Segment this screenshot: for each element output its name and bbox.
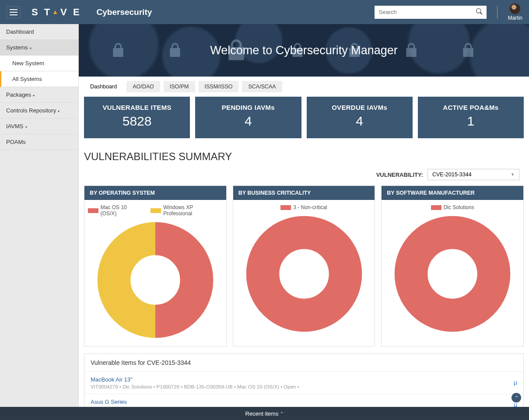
sidebar-item-iavms[interactable]: IAVMS▾ [0,119,78,134]
table-row[interactable]: Asus G Series VIT0005465 • Dlc Solutions… [84,394,523,407]
card-vulnerable-items[interactable]: VULNERABLE ITEMS 5828 [84,97,190,138]
item-meta: VIT0004279 • Dlc Solutions • P1000728 • … [91,384,299,389]
card-active-poams[interactable]: ACTIVE POA&Ms 1 [418,97,524,138]
sidebar-item-label: All Systems [12,76,42,82]
chart-by-manufacturer: BY SOFTWARE MANUFACTURER Dlc Solutions [381,186,524,346]
sidebar-item-label: IAVMS [6,123,24,130]
chevron-down-icon: ▼ [511,172,515,177]
lock-icon [403,42,420,59]
svg-point-1 [263,233,345,315]
brand-text-2: V E [60,7,81,18]
scroll-top-button[interactable]: ⌃ [511,393,521,402]
sidebar-item-label: Dashboard [6,28,34,35]
card-overdue-iavms[interactable]: OVERDUE IAVMs 4 [307,97,413,138]
charts-row: BY OPERATING SYSTEM Mac OS 10 (OS/X) Win… [79,186,529,346]
app-title: Cybersecurity [97,7,152,17]
chart-legend: Dlc Solutions [382,200,523,212]
donut-chart [84,218,226,346]
chevron-down-icon: ▾ [33,94,35,98]
svg-point-2 [411,233,494,315]
chart-legend: 3 - Non-critical [233,200,375,212]
sidebar-item-label: Packages [6,91,31,98]
legend-swatch [431,205,441,210]
lock-icon [459,42,477,59]
legend-swatch [151,208,161,213]
chevron-up-icon: ⌃ [280,411,284,416]
chevron-up-icon: ⌃ [515,395,518,401]
search-box[interactable] [375,6,487,19]
tab-sca-scaa[interactable]: SCA/SCAA [242,81,282,92]
search-input[interactable] [379,9,476,15]
vulnerable-items-panel: Vulnerable Items for CVE-2015-3344 MacBo… [84,354,524,407]
donut-chart [233,212,375,340]
card-title: PENDING IAVMs [199,104,298,111]
legend-item[interactable]: Windows XP Professional [151,204,222,217]
legend-item[interactable]: Dlc Solutions [431,204,474,210]
row-action-icon[interactable]: µ [514,376,517,386]
legend-swatch [88,208,98,213]
bottombar-label: Recent items [245,410,279,417]
card-title: OVERDUE IAVMs [310,104,409,111]
topbar: S T▲V E Cybersecurity Martin [0,0,529,24]
card-value: 4 [310,114,409,129]
item-name[interactable]: Asus G Series [91,399,311,405]
lock-icon [109,42,127,59]
bottombar[interactable]: Recent items ⌃ [0,407,529,420]
tab-iso-pm[interactable]: ISO/PM [164,81,195,92]
summary-cards: VULNERABLE ITEMS 5828 PENDING IAVMs 4 OV… [79,97,529,147]
sidebar-item-new-system[interactable]: New System [0,56,78,71]
legend-swatch [280,205,291,210]
sidebar-item-dashboard[interactable]: Dashboard [0,24,78,40]
tab-dashboard[interactable]: Dashboard [84,81,123,92]
brand-logo[interactable]: S T▲V E [32,7,81,18]
sidebar-item-systems[interactable]: Systems▾ [0,40,78,56]
vulnerability-filter: VULNERABILITY: CVE-2015-3344 ▼ [79,169,529,186]
hero-banner: Welcome to Cybersecurity Manager [79,24,529,77]
sidebar-item-poams[interactable]: POAMs [0,134,78,150]
card-pending-iavms[interactable]: PENDING IAVMs 4 [195,97,301,138]
card-value: 4 [199,114,298,129]
legend-label: 3 - Non-critical [293,204,327,210]
sidebar-item-all-systems[interactable]: All Systems [0,71,78,87]
chart-legend: Mac OS 10 (OS/X) Windows XP Professional [84,200,226,218]
vulnerability-filter-label: VULNERABILITY: [376,172,423,178]
chart-by-criticality: BY BUSINESS CRITICALITY 3 - Non-critical [233,186,375,346]
sidebar-item-label: POAMs [6,139,26,145]
sidebar-item-label: Controls Repository [6,107,56,114]
vulnerability-select[interactable]: CVE-2015-3344 ▼ [427,169,519,180]
logo-triangle-icon: ▲ [52,8,60,15]
search-icon[interactable] [476,8,482,16]
avatar [510,4,520,14]
user-menu[interactable]: Martin [508,4,522,21]
hero-title: Welcome to Cybersecurity Manager [210,44,398,57]
sidebar-item-controls-repository[interactable]: Controls Repository▾ [0,103,78,119]
sidebar: Dashboard Systems▾ New System All System… [0,24,79,407]
item-name[interactable]: MacBook Air 13" [91,376,299,383]
donut-chart [382,212,523,340]
legend-item[interactable]: 3 - Non-critical [280,204,327,210]
topbar-divider [497,6,497,19]
user-name: Martin [508,15,522,21]
sidebar-item-packages[interactable]: Packages▾ [0,87,78,103]
card-title: ACTIVE POA&Ms [421,104,520,111]
panel-title: Vulnerable Items for CVE-2015-3344 [84,354,523,371]
chevron-down-icon: ▾ [25,125,27,129]
section-title: VULNERABILITIES SUMMARY [79,147,529,169]
legend-item[interactable]: Mac OS 10 (OS/X) [88,204,144,217]
table-row[interactable]: MacBook Air 13" VIT0004279 • Dlc Solutio… [84,371,523,394]
tab-issm-isso[interactable]: ISSM/ISSO [199,81,239,92]
chart-title: BY BUSINESS CRITICALITY [233,186,375,200]
hamburger-menu[interactable] [7,6,21,18]
legend-label: Dlc Solutions [444,204,474,210]
tab-ao-dao[interactable]: AO/DAO [126,81,160,92]
chart-title: BY SOFTWARE MANUFACTURER [382,186,523,200]
chevron-down-icon: ▾ [58,109,60,113]
legend-label: Windows XP Professional [163,204,222,217]
chart-by-os: BY OPERATING SYSTEM Mac OS 10 (OS/X) Win… [84,186,227,346]
vulnerability-selected: CVE-2015-3344 [432,172,472,178]
sidebar-item-label: Systems [6,44,28,51]
chevron-down-icon: ▾ [30,46,32,50]
sidebar-item-label: New System [12,60,44,66]
lock-icon [166,42,184,59]
chart-title: BY OPERATING SYSTEM [84,186,226,200]
